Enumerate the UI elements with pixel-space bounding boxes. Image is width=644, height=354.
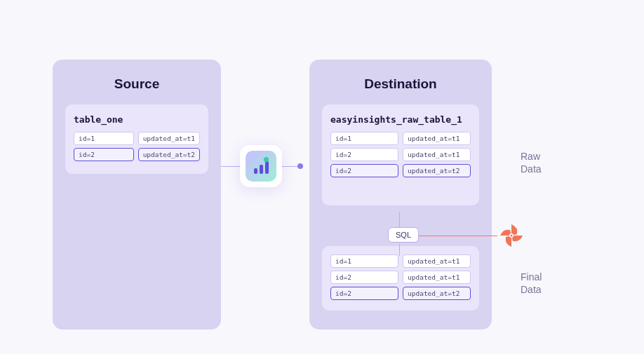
raw-table-card: easyinsights_raw_table_1 id=1 updated_at… (322, 104, 479, 205)
final-data-label: FinalData (521, 271, 542, 296)
table-row: id=1 updated_at=t1 (74, 132, 200, 145)
svg-point-1 (510, 234, 512, 236)
destination-panel: Destination easyinsights_raw_table_1 id=… (309, 60, 492, 329)
cell-updated: updated_at=t2 (403, 164, 471, 177)
raw-data-label: RawData (521, 150, 542, 175)
cell-id: id=2 (330, 287, 398, 300)
table-row: id=1 updated_at=t1 (330, 132, 471, 145)
final-table-card: id=1 updated_at=t1 id=2 updated_at=t1 id… (322, 246, 479, 311)
cell-updated: updated_at=t1 (403, 132, 471, 145)
bar-chart-icon (246, 151, 276, 182)
connector-line (399, 244, 400, 256)
table-row: id=2 updated_at=t1 (330, 148, 471, 161)
cell-id: id=2 (330, 271, 398, 284)
connector-line (415, 236, 497, 236)
cell-id: id=2 (330, 148, 398, 161)
connector-line (399, 212, 400, 227)
table-row: id=2 updated_at=t2 (330, 164, 471, 177)
cell-updated: updated_at=t1 (403, 271, 471, 284)
sql-badge: SQL (388, 227, 419, 243)
cell-id: id=2 (330, 164, 398, 177)
connector-dot (297, 163, 303, 169)
cell-updated: updated_at=t2 (138, 148, 200, 161)
easyinsights-icon (240, 145, 282, 187)
cell-id: id=1 (330, 132, 398, 145)
table-row: id=1 updated_at=t1 (330, 254, 471, 268)
cell-id: id=1 (74, 132, 134, 145)
table-row: id=2 updated_at=t2 (74, 148, 200, 161)
source-table-name: table_one (74, 114, 200, 125)
raw-table-name: easyinsights_raw_table_1 (330, 114, 471, 125)
table-row: id=2 updated_at=t2 (330, 287, 471, 300)
cell-updated: updated_at=t1 (403, 254, 471, 268)
source-panel: Source table_one id=1 updated_at=t1 id=2… (53, 60, 221, 329)
cell-updated: updated_at=t1 (138, 132, 200, 145)
connector-line (221, 166, 240, 167)
destination-title: Destination (322, 76, 479, 92)
cell-updated: updated_at=t2 (403, 287, 471, 300)
pinwheel-icon (499, 223, 524, 248)
cell-updated: updated_at=t1 (403, 148, 471, 161)
source-table-card: table_one id=1 updated_at=t1 id=2 update… (65, 104, 208, 174)
table-row: id=2 updated_at=t1 (330, 271, 471, 284)
source-title: Source (65, 76, 208, 92)
cell-id: id=1 (330, 254, 398, 268)
cell-id: id=2 (74, 148, 134, 161)
